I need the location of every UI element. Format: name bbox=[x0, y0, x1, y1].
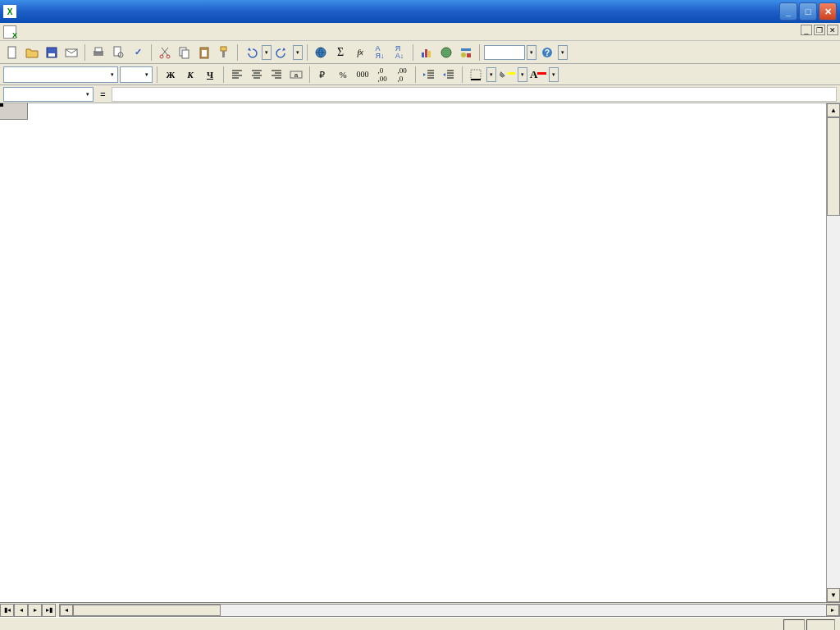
formula-input[interactable] bbox=[112, 87, 837, 102]
borders-dropdown[interactable]: ▾ bbox=[486, 67, 496, 82]
font-color-icon[interactable]: А bbox=[529, 66, 547, 84]
redo-dropdown[interactable]: ▾ bbox=[293, 45, 303, 60]
increase-decimal-icon[interactable]: ,0,00 bbox=[373, 66, 391, 84]
autosum-icon[interactable]: Σ bbox=[331, 43, 349, 62]
svg-text:?: ? bbox=[545, 48, 550, 57]
format-painter-icon[interactable] bbox=[215, 43, 233, 62]
currency-icon[interactable]: ₽ bbox=[314, 66, 332, 84]
print-icon[interactable] bbox=[89, 43, 107, 62]
svg-text:₽: ₽ bbox=[319, 70, 325, 80]
align-center-icon[interactable] bbox=[248, 66, 266, 84]
formula-bar: ▾ = bbox=[0, 85, 840, 103]
vertical-scrollbar[interactable]: ▲ ▼ bbox=[826, 103, 840, 602]
svg-rect-13 bbox=[202, 50, 207, 57]
svg-rect-21 bbox=[461, 48, 471, 51]
titlebar: X _ □ ✕ bbox=[0, 0, 840, 23]
minimize-button[interactable]: _ bbox=[779, 2, 797, 21]
svg-rect-17 bbox=[422, 52, 424, 57]
standard-toolbar: ✓ ▾ ▾ Σ fx АЯ↓ ЯА↓ ▾ ? ▾ bbox=[0, 41, 840, 64]
scroll-left-button[interactable]: ◂ bbox=[60, 605, 73, 616]
svg-text:a: a bbox=[294, 71, 299, 79]
zoom-combo[interactable] bbox=[484, 45, 525, 60]
svg-point-22 bbox=[461, 52, 466, 57]
scroll-thumb[interactable] bbox=[827, 117, 840, 216]
spelling-icon[interactable]: ✓ bbox=[129, 43, 147, 62]
scroll-down-button[interactable]: ▼ bbox=[827, 588, 840, 602]
svg-rect-5 bbox=[95, 48, 102, 52]
mdi-minimize-button[interactable]: _ bbox=[801, 25, 812, 35]
help-dropdown[interactable]: ▾ bbox=[558, 45, 568, 60]
chart-icon[interactable] bbox=[418, 43, 436, 62]
name-box[interactable]: ▾ bbox=[3, 87, 94, 102]
svg-point-20 bbox=[441, 48, 451, 57]
mdi-restore-button[interactable]: ❐ bbox=[814, 25, 825, 35]
merge-center-icon[interactable]: a bbox=[287, 66, 305, 84]
decrease-indent-icon[interactable] bbox=[420, 66, 438, 84]
svg-rect-0 bbox=[8, 47, 16, 58]
status-bar bbox=[0, 617, 840, 630]
undo-icon[interactable] bbox=[242, 43, 260, 62]
cut-icon[interactable] bbox=[156, 43, 174, 62]
svg-rect-11 bbox=[182, 50, 189, 58]
zoom-dropdown[interactable]: ▾ bbox=[527, 45, 536, 60]
status-num bbox=[783, 619, 805, 631]
worksheet-grid[interactable]: ▲ ▼ bbox=[0, 103, 840, 602]
svg-rect-29 bbox=[471, 70, 481, 80]
fx-equals: = bbox=[100, 89, 105, 99]
font-name-combo[interactable]: ▾ bbox=[3, 66, 118, 83]
svg-rect-6 bbox=[114, 47, 121, 56]
hscroll-thumb[interactable] bbox=[73, 605, 221, 616]
close-button[interactable]: ✕ bbox=[819, 2, 837, 21]
tab-nav-first[interactable]: ▮◂ bbox=[0, 604, 14, 617]
select-all-corner[interactable] bbox=[0, 103, 28, 120]
drawing-icon[interactable] bbox=[457, 43, 475, 62]
underline-button[interactable]: Ч bbox=[201, 66, 219, 84]
function-icon[interactable]: fx bbox=[351, 43, 369, 62]
decrease-decimal-icon[interactable]: ,00,0 bbox=[393, 66, 411, 84]
svg-rect-14 bbox=[221, 47, 226, 51]
paste-icon[interactable] bbox=[195, 43, 213, 62]
status-empty bbox=[806, 619, 835, 631]
tab-nav-next[interactable]: ▸ bbox=[28, 604, 42, 617]
mdi-close-button[interactable]: ✕ bbox=[827, 25, 838, 35]
print-preview-icon[interactable] bbox=[109, 43, 127, 62]
svg-rect-2 bbox=[48, 53, 55, 57]
font-color-dropdown[interactable]: ▾ bbox=[549, 67, 559, 82]
copy-icon[interactable] bbox=[176, 43, 194, 62]
fill-color-icon[interactable] bbox=[498, 66, 516, 84]
increase-indent-icon[interactable] bbox=[440, 66, 458, 84]
new-icon[interactable] bbox=[3, 43, 21, 62]
tab-nav-last[interactable]: ▸▮ bbox=[42, 604, 56, 617]
open-icon[interactable] bbox=[23, 43, 41, 62]
italic-button[interactable]: К bbox=[181, 66, 199, 84]
menubar: _ ❐ ✕ bbox=[0, 23, 840, 41]
sheet-tab-bar: ▮◂ ◂ ▸ ▸▮ ◂ ▸ bbox=[0, 602, 840, 617]
formatting-toolbar: ▾ ▾ Ж К Ч a ₽ % 000 ,0,00 ,00,0 ▾ ▾ А ▾ bbox=[0, 64, 840, 85]
percent-icon[interactable]: % bbox=[334, 66, 352, 84]
align-right-icon[interactable] bbox=[267, 66, 285, 84]
undo-dropdown[interactable]: ▾ bbox=[262, 45, 272, 60]
svg-rect-23 bbox=[467, 53, 471, 57]
sort-asc-icon[interactable]: АЯ↓ bbox=[371, 43, 389, 62]
scroll-right-button[interactable]: ▸ bbox=[826, 605, 839, 616]
scroll-up-button[interactable]: ▲ bbox=[827, 103, 840, 117]
align-left-icon[interactable] bbox=[228, 66, 246, 84]
svg-rect-19 bbox=[428, 51, 431, 57]
horizontal-scrollbar[interactable]: ◂ ▸ bbox=[59, 604, 840, 617]
font-size-combo[interactable]: ▾ bbox=[120, 66, 153, 83]
email-icon[interactable] bbox=[62, 43, 80, 62]
maximize-button[interactable]: □ bbox=[799, 2, 817, 21]
help-icon[interactable]: ? bbox=[538, 43, 556, 62]
comma-style-icon[interactable]: 000 bbox=[354, 66, 372, 84]
workbook-icon bbox=[3, 25, 16, 39]
redo-icon[interactable] bbox=[273, 43, 291, 62]
bold-button[interactable]: Ж bbox=[162, 66, 180, 84]
sort-desc-icon[interactable]: ЯА↓ bbox=[390, 43, 409, 62]
borders-icon[interactable] bbox=[467, 66, 485, 84]
map-icon[interactable] bbox=[437, 43, 455, 62]
tab-nav-prev[interactable]: ◂ bbox=[14, 604, 28, 617]
svg-rect-15 bbox=[222, 51, 225, 57]
save-icon[interactable] bbox=[43, 43, 61, 62]
fill-color-dropdown[interactable]: ▾ bbox=[518, 67, 527, 82]
hyperlink-icon[interactable] bbox=[312, 43, 330, 62]
